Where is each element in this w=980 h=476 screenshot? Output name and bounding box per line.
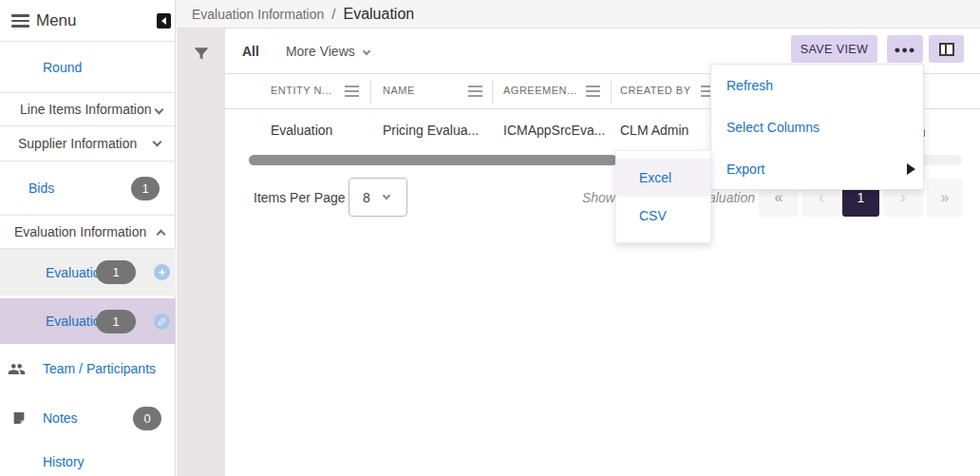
save-view-button[interactable]: SAVE VIEW	[791, 35, 877, 63]
chevron-down-icon	[155, 105, 164, 115]
sidebar-section-supplier-information[interactable]: Supplier Information	[0, 126, 176, 162]
more-views-label: More Views	[286, 44, 355, 59]
page-size-select[interactable]: 8	[349, 178, 407, 217]
filter-rail	[177, 29, 225, 476]
sidebar-item-team-participants[interactable]: Team / Participants	[0, 348, 176, 390]
sidebar-title: Menu	[36, 11, 77, 30]
more-actions-button[interactable]: ●●●	[887, 35, 923, 63]
sidebar-section-evaluation-information[interactable]: Evaluation Information	[0, 216, 176, 249]
submenu-item-excel[interactable]: Excel	[616, 159, 710, 197]
page-size-value: 8	[363, 190, 370, 205]
chevron-down-icon	[383, 191, 390, 199]
bids-count-badge: 1	[131, 177, 160, 200]
cell-agreement: ICMAppSrcEva...	[503, 123, 605, 138]
sidebar-item-evaluation-2-selected[interactable]: Evaluation 1	[0, 298, 176, 344]
column-menu-icon[interactable]	[468, 86, 482, 97]
sidebar-header: Menu	[0, 0, 175, 42]
tab-all[interactable]: All	[242, 44, 259, 59]
column-menu-icon[interactable]	[345, 86, 359, 97]
column-menu-icon[interactable]	[586, 86, 600, 97]
column-header-agreement[interactable]: AGREEMEN...	[503, 85, 577, 96]
sidebar-section-label: Line Items Information	[20, 102, 152, 117]
add-plus-icon[interactable]: +	[154, 264, 170, 280]
column-header-name[interactable]: NAME	[383, 85, 415, 96]
notes-count-badge: 0	[133, 407, 161, 430]
more-views-dropdown[interactable]: More Views	[286, 44, 369, 59]
column-separator	[492, 80, 493, 105]
items-per-page-label: Items Per Page	[254, 179, 346, 217]
sidebar-item-label: History	[43, 454, 85, 469]
evaluation-count-badge: 1	[96, 260, 136, 284]
submenu-arrow-icon	[907, 163, 915, 175]
sidebar-section-label: Supplier Information	[18, 136, 137, 151]
more-actions-context-menu: Refresh Select Columns Export	[710, 64, 924, 190]
sidebar-item-label: Bids	[28, 181, 54, 196]
sidebar-item-label: Notes	[43, 410, 78, 426]
sidebar-section-line-items-information[interactable]: Line Items Information	[0, 93, 176, 126]
column-chooser-button[interactable]	[929, 35, 964, 63]
chevron-up-icon	[157, 230, 166, 239]
column-header-created-by[interactable]: CREATED BY	[620, 85, 690, 96]
columns-icon	[939, 43, 954, 56]
submenu-item-csv[interactable]: CSV	[616, 197, 710, 235]
menu-item-label: Export	[726, 162, 764, 177]
sidebar-item-label: Round	[43, 60, 82, 75]
pagination-last-button[interactable]: »	[927, 179, 963, 217]
menu-item-label: Refresh	[726, 78, 773, 93]
breadcrumb-current: Evaluation	[343, 6, 414, 23]
menu-item-select-columns[interactable]: Select Columns	[711, 106, 923, 148]
sidebar-item-bids[interactable]: Bids 1	[0, 162, 176, 216]
submenu-item-label: CSV	[639, 208, 667, 223]
menu-item-label: Select Columns	[726, 120, 820, 135]
cell-created-by: CLM Admin	[620, 123, 688, 138]
evaluation-count-badge: 1	[96, 310, 136, 333]
chevron-down-icon	[363, 47, 370, 54]
menu-item-refresh[interactable]: Refresh	[711, 65, 923, 106]
app-window: Menu Round Line Items Information Suppli…	[0, 0, 980, 476]
sidebar: Menu Round Line Items Information Suppli…	[0, 0, 176, 476]
column-separator	[370, 80, 371, 105]
team-icon	[8, 360, 26, 378]
breadcrumb: Evaluation Information / Evaluation	[176, 0, 980, 29]
column-separator	[611, 80, 612, 105]
sidebar-collapse-button[interactable]	[157, 13, 171, 29]
horizontal-scrollbar-thumb[interactable]	[249, 155, 617, 165]
column-header-entity-name[interactable]: ENTITY N...	[271, 85, 332, 96]
cell-entity-name: Evaluation	[271, 123, 332, 138]
collapse-left-icon	[161, 17, 166, 25]
filter-icon[interactable]	[192, 45, 211, 64]
sidebar-item-label: Team / Participants	[43, 361, 156, 376]
submenu-item-label: Excel	[639, 170, 671, 185]
menu-item-export[interactable]: Export	[711, 148, 923, 190]
sidebar-item-round[interactable]: Round	[0, 42, 176, 93]
sidebar-item-evaluation-1[interactable]: Evaluation 1 +	[0, 249, 176, 295]
sidebar-item-history[interactable]: History	[0, 447, 176, 476]
note-icon	[11, 410, 27, 426]
hamburger-menu-icon[interactable]	[11, 14, 29, 28]
breadcrumb-parent[interactable]: Evaluation Information	[192, 7, 324, 22]
sidebar-item-notes[interactable]: Notes 0	[0, 397, 176, 439]
export-submenu: Excel CSV	[615, 150, 711, 243]
chevron-down-icon	[153, 138, 162, 147]
sidebar-section-label: Evaluation Information	[14, 224, 146, 239]
link-icon[interactable]	[154, 314, 170, 330]
breadcrumb-separator: /	[331, 6, 335, 22]
cell-name: Pricing Evalua...	[383, 123, 479, 138]
